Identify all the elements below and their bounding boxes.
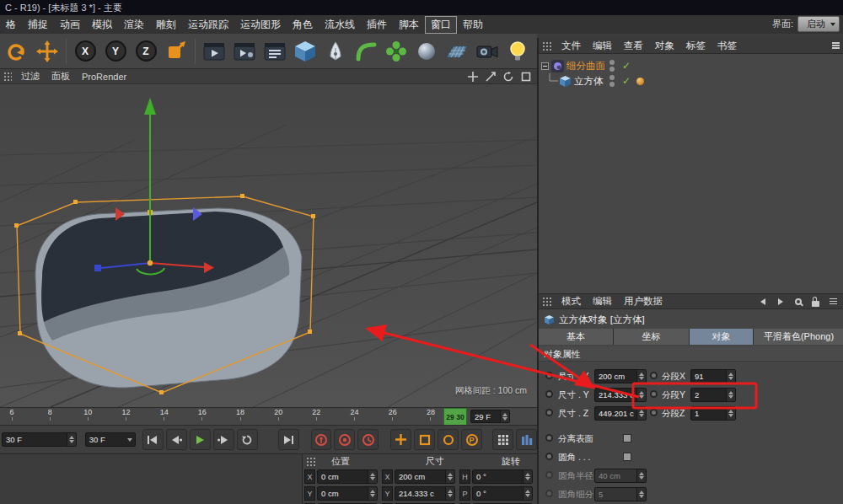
record-scale-toggle[interactable] <box>414 429 435 450</box>
menu-item[interactable]: 帮助 <box>457 16 489 34</box>
previous-key-button[interactable] <box>166 429 187 450</box>
record-parameter-toggle[interactable]: P <box>461 429 482 450</box>
keyframe-selection-button[interactable] <box>357 429 379 450</box>
size-y-input[interactable]: 214.333 c <box>594 388 647 402</box>
rot-h-field[interactable]: 0 ° <box>472 469 533 484</box>
menu-item-window[interactable]: 窗口 <box>425 16 457 34</box>
phong-tag-icon[interactable] <box>636 78 644 85</box>
viewport-canvas[interactable] <box>0 84 537 407</box>
om-options-icon[interactable] <box>832 42 840 49</box>
object-row-subdivision[interactable]: 细分曲面 ✓ <box>539 58 843 73</box>
segments-y-input[interactable]: 2 <box>690 388 736 402</box>
tab-phong[interactable]: 平滑着色(Phong) <box>754 329 843 345</box>
axis-z-lock-button[interactable]: Z <box>132 35 160 67</box>
menu-item[interactable]: 流水线 <box>319 16 361 34</box>
menu-item[interactable]: 格 <box>0 16 22 34</box>
viewport-zoom-icon[interactable] <box>484 71 497 83</box>
coordinate-system-button[interactable] <box>162 35 191 67</box>
enabled-check-icon[interactable]: ✓ <box>622 75 631 87</box>
autokey-button[interactable] <box>334 429 355 450</box>
object-name[interactable]: 细分曲面 <box>566 60 605 72</box>
record-rotation-toggle[interactable] <box>438 429 459 450</box>
viewport-menu-filter[interactable]: 过滤 <box>15 70 46 83</box>
play-button[interactable] <box>190 429 211 450</box>
rot-p-field[interactable]: 0 ° <box>472 486 533 501</box>
size-x-input[interactable]: 200 cm <box>594 369 647 383</box>
timeline-playhead[interactable]: 29 30 <box>443 408 467 426</box>
object-manager[interactable]: 细分曲面 ✓ 立方体 ✓ <box>539 54 843 293</box>
tab-object[interactable]: 对象 <box>690 329 753 345</box>
viewport-menu-prorender[interactable]: ProRender <box>76 72 132 82</box>
current-frame-field[interactable]: 29 F <box>470 410 510 423</box>
record-dot-icon[interactable] <box>545 453 553 460</box>
keyframe-presets-button[interactable] <box>492 429 513 450</box>
timeline-layout-button[interactable] <box>516 429 537 450</box>
mograph-button[interactable] <box>382 35 411 67</box>
viewport-menu-panel[interactable]: 面板 <box>46 70 76 83</box>
next-key-button[interactable] <box>213 429 234 450</box>
end-time-field[interactable]: 30 F <box>2 432 77 447</box>
pos-x-field[interactable]: 0 cm <box>317 469 378 484</box>
render-view-button[interactable] <box>200 35 228 67</box>
record-dot-icon[interactable] <box>545 390 553 398</box>
menu-item[interactable]: 渲染 <box>118 16 150 34</box>
light-button[interactable] <box>503 35 532 67</box>
axis-x-lock-button[interactable]: X <box>71 35 99 67</box>
menu-item[interactable]: 模拟 <box>86 16 118 34</box>
menu-item[interactable]: 角色 <box>287 16 319 34</box>
undo-button[interactable] <box>3 35 31 67</box>
goto-end-button[interactable] <box>278 429 299 450</box>
pos-y-field[interactable]: 0 cm <box>317 486 378 501</box>
interface-layout-dropdown[interactable]: 启动 <box>797 16 840 32</box>
am-menu-userdata[interactable]: 用户数据 <box>618 295 668 308</box>
visibility-dots-icon[interactable] <box>609 75 615 87</box>
record-dot-icon[interactable] <box>650 372 658 379</box>
menu-item[interactable]: 运动跟踪 <box>182 16 234 34</box>
record-dot-icon[interactable] <box>545 372 553 379</box>
size-z-input[interactable]: 449.201 c <box>594 406 647 421</box>
om-menu-tags[interactable]: 标签 <box>680 40 711 52</box>
om-menu-bookmarks[interactable]: 书签 <box>711 40 743 52</box>
object-row-cube[interactable]: 立方体 ✓ <box>539 73 843 88</box>
expand-collapse-icon[interactable] <box>541 62 549 70</box>
segments-x-input[interactable]: 91 <box>690 369 736 383</box>
record-dot-icon[interactable] <box>545 434 553 442</box>
deformer-bend-button[interactable] <box>352 35 380 67</box>
menu-item[interactable]: 动画 <box>54 16 86 34</box>
enabled-check-icon[interactable]: ✓ <box>622 60 631 72</box>
history-forward-icon[interactable] <box>774 296 787 308</box>
record-dot-icon[interactable] <box>650 409 658 416</box>
simulate-button[interactable] <box>412 35 441 67</box>
move-tool-button[interactable] <box>33 35 62 67</box>
loop-playback-button[interactable] <box>237 429 258 450</box>
am-menu-edit[interactable]: 编辑 <box>587 295 618 308</box>
menu-item[interactable]: 雕刻 <box>150 16 182 34</box>
menu-item[interactable]: 运动图形 <box>234 16 287 34</box>
separate-surfaces-checkbox[interactable] <box>623 434 631 442</box>
search-icon[interactable] <box>792 296 804 308</box>
record-position-toggle[interactable] <box>390 429 411 450</box>
object-name[interactable]: 立方体 <box>574 75 604 88</box>
range-preset-dropdown[interactable]: 30 F <box>85 432 136 447</box>
segments-z-input[interactable]: 1 <box>690 406 736 421</box>
tab-basic[interactable]: 基本 <box>539 329 613 345</box>
axis-y-lock-button[interactable]: Y <box>101 35 130 67</box>
size-y-field-bottom[interactable]: 214.333 c <box>395 486 455 501</box>
history-back-icon[interactable] <box>756 296 769 308</box>
render-to-picture-button[interactable] <box>230 35 259 67</box>
goto-start-button[interactable] <box>142 429 164 450</box>
size-x-field-bottom[interactable]: 200 cm <box>395 469 455 484</box>
viewport-maximize-icon[interactable] <box>519 71 532 83</box>
camera-button[interactable] <box>473 35 502 67</box>
add-cube-button[interactable] <box>291 35 319 67</box>
viewport-rotate-icon[interactable] <box>502 71 514 83</box>
viewport-pan-icon[interactable] <box>466 71 479 83</box>
tab-coordinates[interactable]: 坐标 <box>614 329 689 345</box>
menu-item[interactable]: 插件 <box>361 16 393 34</box>
timeline-ruler[interactable]: 6 8 10 12 14 16 18 20 22 24 26 28 29 30 … <box>0 407 537 425</box>
menu-item[interactable]: 捕捉 <box>22 16 54 34</box>
record-dot-icon[interactable] <box>650 390 658 398</box>
render-settings-button[interactable] <box>260 35 289 67</box>
lock-icon[interactable] <box>809 296 822 308</box>
floor-environment-button[interactable] <box>443 35 471 67</box>
